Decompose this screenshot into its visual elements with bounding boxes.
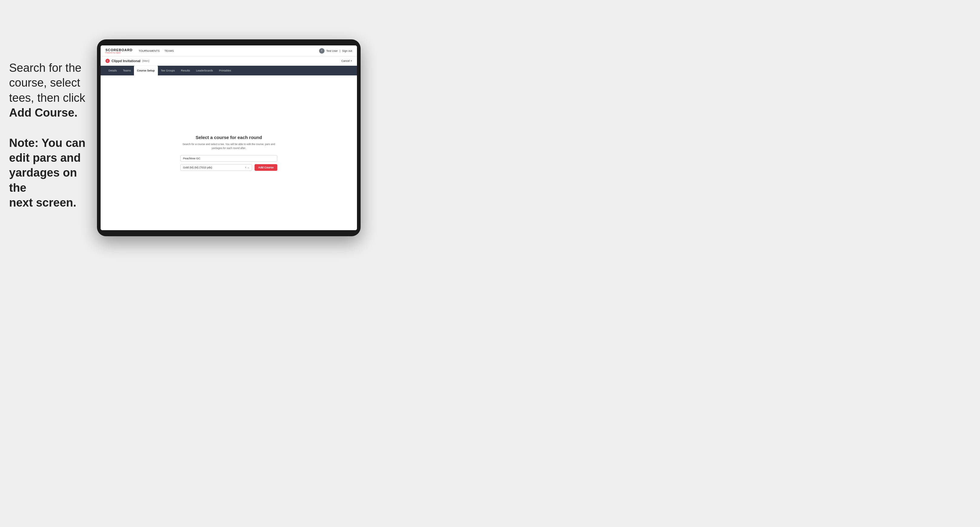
- tee-select-value: Gold (M) (M) (7010 yds): [183, 166, 212, 169]
- navbar-left: SCOREBOARD Powered by clippd TOURNAMENTS…: [105, 48, 174, 54]
- tablet-screen: SCOREBOARD Powered by clippd TOURNAMENTS…: [100, 45, 357, 230]
- card-title: Select a course for each round: [180, 135, 277, 140]
- nav-teams[interactable]: TEAMS: [165, 49, 174, 52]
- tee-select-controls: × ⌄: [245, 166, 250, 169]
- tournament-header: C Clippd Invitational (Men) Cancel ×: [100, 56, 357, 66]
- navbar: SCOREBOARD Powered by clippd TOURNAMENTS…: [100, 45, 357, 56]
- tournament-badge: (Men): [142, 59, 150, 62]
- tournament-name: Clippd Invitational: [111, 59, 140, 63]
- tab-leaderboards[interactable]: Leaderboards: [193, 66, 216, 75]
- add-course-button[interactable]: Add Course: [255, 164, 277, 171]
- logo-sub: Powered by clippd: [105, 52, 132, 54]
- tee-clear-icon[interactable]: ×: [245, 166, 247, 169]
- tab-bar: Details Teams Course Setup Tee Groups Re…: [100, 66, 357, 75]
- tab-printables[interactable]: Printables: [216, 66, 234, 75]
- tab-tee-groups[interactable]: Tee Groups: [158, 66, 178, 75]
- cancel-button[interactable]: Cancel ×: [341, 59, 352, 62]
- tab-teams[interactable]: Teams: [120, 66, 134, 75]
- tablet-device: SCOREBOARD Powered by clippd TOURNAMENTS…: [97, 40, 361, 236]
- sign-out-link[interactable]: Sign out: [342, 49, 352, 52]
- tee-select-dropdown[interactable]: Gold (M) (M) (7010 yds) × ⌄: [180, 164, 252, 171]
- logo: SCOREBOARD Powered by clippd: [105, 48, 132, 54]
- instructions-panel: Search for the course, select tees, then…: [9, 60, 97, 211]
- note-text: Note: You can edit pars and yardages on …: [9, 136, 97, 211]
- card-subtitle: Search for a course and select a tee. Yo…: [180, 142, 277, 150]
- tournament-icon: C: [105, 59, 110, 63]
- instruction-text: Search for the course, select tees, then…: [9, 62, 85, 119]
- course-select-card: Select a course for each round Search fo…: [180, 135, 277, 171]
- navbar-right: T Test User | Sign out: [319, 48, 352, 54]
- separator: |: [340, 49, 340, 52]
- tee-select-row: Gold (M) (M) (7010 yds) × ⌄ Add Course: [180, 164, 277, 171]
- tab-course-setup[interactable]: Course Setup: [134, 66, 158, 75]
- tab-details[interactable]: Details: [105, 66, 120, 75]
- user-label: Test User: [326, 49, 338, 52]
- tee-chevron-icon[interactable]: ⌄: [247, 166, 250, 169]
- nav-tournaments[interactable]: TOURNAMENTS: [138, 49, 159, 52]
- tournament-title: C Clippd Invitational (Men): [105, 59, 150, 63]
- nav-links: TOURNAMENTS TEAMS: [138, 49, 173, 52]
- course-search-input[interactable]: [180, 155, 277, 162]
- user-avatar: T: [319, 48, 325, 54]
- tab-results[interactable]: Results: [178, 66, 193, 75]
- main-content: Select a course for each round Search fo…: [100, 75, 357, 230]
- logo-title: SCOREBOARD: [105, 48, 132, 52]
